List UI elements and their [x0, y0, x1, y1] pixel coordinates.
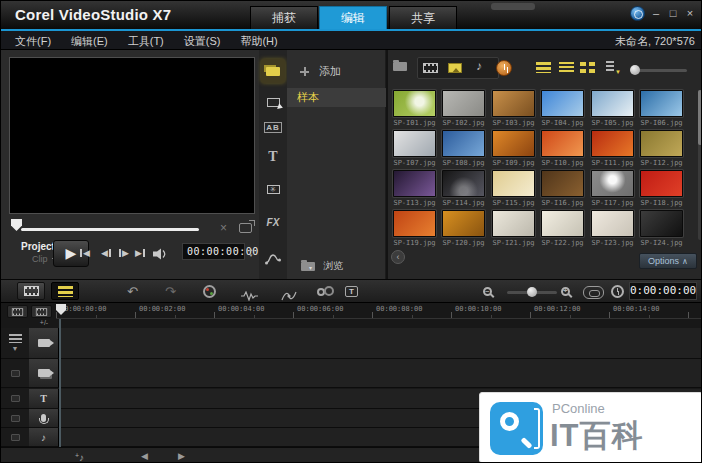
timeline-zoom-knob[interactable] [527, 287, 537, 297]
title-icon: T [268, 149, 277, 165]
thumbnail-zoom-knob[interactable] [630, 65, 640, 75]
timeline-view-button[interactable] [51, 282, 79, 300]
tab-share[interactable]: 共享 [389, 6, 457, 29]
watermark-logo [490, 402, 543, 455]
import-folder-icon[interactable] [393, 62, 407, 71]
scrub-bar[interactable] [21, 228, 199, 231]
menu-item-4[interactable]: 设置(S) [174, 31, 231, 52]
bracket-icon [534, 408, 540, 449]
sort-icon[interactable]: ▼ [606, 61, 619, 73]
scroll-left-icon[interactable]: ◀ [141, 451, 148, 461]
timeline-ruler[interactable]: 00:00:00:0000:00:02:0000:00:04:0000:00:0… [56, 303, 702, 319]
sidebar-item-transition[interactable]: AB [261, 115, 285, 139]
track-scroll-strip [59, 319, 61, 447]
ruler-tick [570, 315, 571, 318]
capture-frame-icon[interactable] [239, 223, 252, 233]
volume-icon[interactable] [153, 246, 168, 264]
go-to-start-button[interactable]: ◀ [79, 247, 90, 259]
chevron-up-icon: ∧ [682, 257, 688, 266]
menu-items: 文件(F)编辑(E)工具(T)设置(S)帮助(H) [5, 31, 288, 52]
ruler-tick [609, 312, 610, 318]
clock-icon[interactable] [496, 60, 512, 76]
auto-music-add-icon[interactable]: +♪ [75, 450, 84, 463]
menu-item-2[interactable]: 编辑(E) [61, 31, 118, 52]
split-clip-icon[interactable]: × [220, 221, 227, 235]
graphic-icon: ✳ [267, 185, 280, 194]
watermark: PConline IT百科 [479, 392, 702, 463]
add-remove-track-label[interactable]: +/- [30, 319, 58, 327]
start-bar-icon [80, 249, 82, 257]
sidebar-item-instant-project[interactable] [261, 90, 285, 114]
menu-item-5[interactable]: 帮助(H) [230, 31, 287, 52]
close-button[interactable]: × [682, 7, 698, 21]
category-item-samples[interactable]: 样本 [287, 88, 386, 107]
detail-view-icon[interactable] [559, 62, 574, 73]
subtitle-editor-icon[interactable]: T [345, 286, 358, 297]
sidebar-item-graphic[interactable]: ✳ [261, 177, 285, 201]
thumbnail-view-icon[interactable] [580, 62, 595, 73]
prev-bar-icon [109, 249, 111, 257]
ruler-tick [649, 315, 650, 318]
thumbnail-zoom-slider[interactable] [633, 69, 687, 72]
show-videos-icon[interactable] [423, 63, 438, 73]
options-label: Options [648, 256, 679, 266]
menu-item-3[interactable]: 工具(T) [118, 31, 174, 52]
sidebar-item-media[interactable] [261, 59, 285, 83]
storyboard-view-button[interactable] [17, 282, 45, 300]
timeline-timecode[interactable]: 0:00:00:00 [629, 282, 697, 300]
show-all-tracks-icon[interactable] [31, 305, 52, 318]
add-icon[interactable] [300, 67, 309, 76]
duration-icon[interactable] [611, 285, 624, 298]
go-to-end-button[interactable]: ▶ [135, 247, 146, 259]
instant-project-icon [267, 98, 280, 107]
ruler-tick [372, 312, 373, 318]
track-manager-icon[interactable] [7, 305, 28, 318]
prev-arrow-icon: ◀ [101, 247, 108, 259]
ruler-timestamp: 00:00:00:00 [60, 305, 106, 313]
auto-music-icon[interactable] [317, 288, 325, 296]
redo-icon[interactable]: ↷ [165, 285, 176, 298]
list-view-icon[interactable] [536, 62, 551, 73]
show-audio-icon[interactable]: ♪ [476, 59, 482, 73]
add-folder-button[interactable]: 添加 [319, 64, 341, 79]
next-bar-icon [119, 249, 121, 257]
minimize-button[interactable]: – [648, 7, 664, 21]
back-icon[interactable]: ‹ [391, 250, 405, 264]
previous-frame-button[interactable]: ◀ [101, 247, 112, 259]
ruler-timestamp: 00:00:08:00 [376, 305, 422, 313]
sidebar-item-filter[interactable]: FX [261, 210, 285, 234]
motion-path-icon [265, 253, 281, 265]
app-title: Corel VideoStudio X7 [15, 6, 171, 23]
ruler-tick [530, 312, 531, 318]
transition-icon: AB [264, 122, 282, 133]
browse-button[interactable]: 浏览 [323, 259, 343, 273]
zoom-out-icon[interactable]: – [483, 287, 492, 296]
sidebar-item-motion-path[interactable] [261, 247, 285, 271]
ruler-tick [412, 315, 413, 318]
gallery-scrollbar-thumb[interactable] [698, 90, 702, 145]
menu-item-1[interactable]: 文件(F) [5, 31, 61, 52]
next-frame-button[interactable]: ▶ [118, 247, 129, 259]
ruler-timestamp: 00:00:10:00 [455, 305, 501, 313]
ruler-tick [254, 315, 255, 318]
options-button[interactable]: Options∧ [639, 253, 697, 269]
preview-timecode[interactable]: 00:00:00:00 [182, 243, 245, 260]
zoom-in-icon[interactable]: + [561, 287, 570, 296]
tab-capture[interactable]: 捕获 [250, 6, 318, 29]
end-bar-icon [143, 249, 145, 257]
menu-bar: 文件(F)编辑(E)工具(T)设置(S)帮助(H) 未命名, 720*576 [1, 31, 702, 50]
help-globe-icon[interactable] [630, 6, 645, 21]
sidebar-item-title[interactable]: T [261, 145, 285, 169]
record-capture-icon[interactable] [203, 285, 216, 298]
browse-icon [301, 262, 315, 271]
fit-project-icon[interactable] [583, 286, 604, 299]
undo-icon[interactable]: ↶ [127, 285, 138, 298]
tab-edit[interactable]: 编辑 [319, 6, 387, 29]
scroll-right-icon[interactable]: ▶ [178, 451, 185, 461]
end-arrow-icon: ▶ [135, 247, 142, 259]
show-photos-icon[interactable] [448, 63, 462, 73]
timecode-stepper[interactable]: ▴ ▾ [247, 243, 255, 260]
maximize-button[interactable]: □ [665, 7, 681, 21]
start-arrow-icon: ◀ [83, 247, 90, 259]
ruler-timestamp: 00:00:02:00 [139, 305, 185, 313]
